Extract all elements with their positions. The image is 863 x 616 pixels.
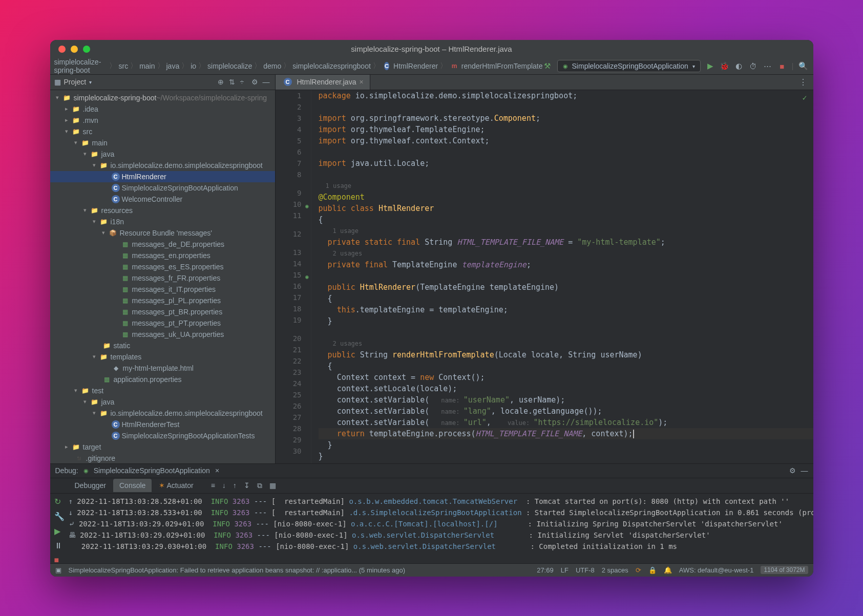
tree-item[interactable]: ◾.gitignore [50, 453, 275, 463]
coverage-icon[interactable]: ◐ [734, 61, 744, 71]
tree-item-selected[interactable]: CHtmlRenderer [50, 171, 275, 182]
tree-item[interactable]: ▾📁io.simplelocalize.demo.simplelocalizes… [50, 408, 275, 419]
close-run-tab-icon[interactable]: × [215, 466, 219, 475]
stop-icon[interactable]: ■ [54, 556, 65, 563]
tree-item[interactable]: ▾📁src [50, 126, 275, 137]
bc-project[interactable]: simplelocalize-spring-boot [54, 58, 108, 74]
project-tree[interactable]: ▾📁simplelocalize-spring-boot ~/Workspace… [50, 90, 275, 463]
tab-menu-icon[interactable]: ⋮ [799, 77, 813, 87]
tree-item[interactable]: ▾📁test [50, 385, 275, 396]
tree-item[interactable]: ▦messages_fr_FR.properties [50, 272, 275, 284]
tree-item[interactable]: ▾📁resources [50, 205, 275, 216]
gear-icon[interactable]: ⚙ [789, 466, 796, 475]
tree-item[interactable]: ▦messages_it_IT.properties [50, 284, 275, 295]
tree-item[interactable]: ▦messages_pl_PL.properties [50, 295, 275, 306]
line-separator[interactable]: LF [561, 566, 569, 574]
checkmark-icon[interactable]: ✓ [802, 93, 807, 102]
bc-pkg[interactable]: simplelocalizespringboot [292, 62, 371, 70]
print-icon[interactable]: 🖶 [69, 531, 80, 539]
close-window[interactable] [58, 46, 66, 53]
indent[interactable]: 2 spaces [602, 566, 628, 574]
run-icon[interactable]: ▶ [706, 61, 715, 71]
tree-item[interactable]: ▾📁io.simplelocalize.demo.simplelocalizes… [50, 160, 275, 171]
bc-src[interactable]: src [118, 62, 128, 70]
usage-hint[interactable]: 2 usages [319, 248, 813, 259]
bc-sl[interactable]: simplelocalize [207, 62, 252, 70]
chevron-down-icon[interactable]: ▾ [89, 79, 92, 85]
pause-icon[interactable]: ⏸ [54, 541, 65, 550]
editor-tab[interactable]: C HtmlRenderer.java × [276, 75, 370, 90]
collapse-icon[interactable]: ÷ [240, 78, 248, 86]
bc-main[interactable]: main [139, 62, 155, 70]
tree-item[interactable]: ▸📁target [50, 441, 275, 453]
tree-item[interactable]: ▾📁i18n [50, 216, 275, 227]
status-message[interactable]: SimplelocalizeSpringBootApplication: Fai… [69, 566, 406, 574]
resume-icon[interactable]: ▶ [54, 526, 65, 536]
tree-item[interactable]: ▦messages_pt_BR.properties [50, 306, 275, 317]
debug-config-name[interactable]: SimplelocalizeSpringBootApplication [94, 466, 210, 475]
tree-item[interactable]: 📁static [50, 340, 275, 351]
profile-icon[interactable]: ⏱ [749, 61, 758, 71]
minimize-window[interactable] [71, 46, 78, 53]
close-tab-icon[interactable]: × [359, 78, 363, 86]
usage-hint[interactable]: 1 usage [319, 180, 813, 192]
tree-item[interactable]: ▸📁.idea [50, 103, 275, 115]
arrow-icon[interactable]: ↓ [69, 508, 77, 517]
console-output[interactable]: ↑ 2022-11-18T13:03:28.528+01:00 INFO 326… [69, 494, 813, 563]
evaluate-icon[interactable]: ⧉ [257, 481, 262, 490]
gear-icon[interactable]: ⚙ [251, 78, 260, 86]
run-to-cursor-icon[interactable]: ↧ [244, 481, 250, 490]
step-out-icon[interactable]: ↑ [233, 481, 237, 490]
tab-actuator[interactable]: ✶ Actuator [153, 479, 199, 492]
project-label[interactable]: Project [64, 78, 87, 86]
attach-icon[interactable]: ⋯ [763, 61, 772, 71]
mute-bp-icon[interactable]: ▦ [269, 481, 276, 490]
tree-item[interactable]: CWelcomeController [50, 194, 275, 205]
tree-item[interactable]: ▸📁.mvn [50, 115, 275, 126]
arrow-icon[interactable]: ↑ [69, 497, 77, 505]
cursor-position[interactable]: 27:69 [537, 566, 554, 574]
tree-item[interactable]: ▾📁templates [50, 351, 275, 363]
select-opened-icon[interactable]: ⊕ [218, 78, 226, 86]
tool-window-icon[interactable]: ▣ [55, 566, 61, 574]
step-over-icon[interactable]: ≡ [211, 481, 215, 490]
tree-item[interactable]: CHtmlRendererTest [50, 419, 275, 430]
hammer-icon[interactable]: ⚒ [543, 61, 552, 71]
run-config-dropdown[interactable]: ◉ SimplelocalizeSpringBootApplication ▾ [557, 60, 701, 72]
wrap-icon[interactable]: ⤶ [69, 520, 79, 528]
tree-item[interactable]: CSimplelocalizeSpringBootApplication [50, 182, 275, 194]
lock-icon[interactable]: 🔒 [648, 566, 657, 574]
tree-item[interactable]: ▾📁java [50, 148, 275, 160]
rerun-icon[interactable]: ↻ [54, 497, 65, 506]
expand-all-icon[interactable]: ⇅ [229, 78, 237, 86]
bc-method[interactable]: renderHtmlFromTemplate [461, 62, 543, 70]
hide-icon[interactable]: — [263, 78, 271, 86]
tree-item[interactable]: ▦messages_uk_UA.properties [50, 329, 275, 340]
stop-icon[interactable]: ■ [777, 61, 787, 71]
usage-hint[interactable]: 1 usage [319, 225, 813, 237]
usage-hint[interactable]: 2 usages [319, 338, 813, 349]
tree-item[interactable]: ▾📁main [50, 137, 275, 148]
debug-icon[interactable]: 🐞 [720, 61, 729, 71]
wrench-icon[interactable]: 🔧 [54, 512, 65, 521]
tree-item[interactable]: ▾📦Resource Bundle 'messages' [50, 227, 275, 239]
tab-debugger[interactable]: Debugger [69, 479, 113, 492]
tree-item[interactable]: ▾📁java [50, 396, 275, 408]
tree-item[interactable]: ▦messages_de_DE.properties [50, 239, 275, 250]
bc-class[interactable]: HtmlRenderer [393, 62, 438, 70]
tree-root[interactable]: ▾📁simplelocalize-spring-boot ~/Workspace… [50, 92, 275, 103]
tree-item[interactable]: ▦messages_pt_PT.properties [50, 317, 275, 329]
tree-item[interactable]: ▦messages_es_ES.properties [50, 261, 275, 272]
tree-item[interactable]: CSimplelocalizeSpringBootApplicationTest… [50, 430, 275, 441]
tree-item[interactable]: ◆my-html-template.html [50, 363, 275, 374]
bc-demo[interactable]: demo [263, 62, 281, 70]
tree-item[interactable]: ▦messages_en.properties [50, 250, 275, 261]
spring-bean-icon[interactable]: ◉ [305, 201, 309, 212]
bc-java[interactable]: java [166, 62, 180, 70]
hide-icon[interactable]: — [801, 466, 808, 475]
code-editor[interactable]: 12345678 910◉11 12 131415◉16171819 20212… [276, 90, 813, 463]
memory-indicator[interactable]: 1104 of 3072M [761, 566, 808, 574]
maximize-window[interactable] [83, 46, 90, 53]
step-into-icon[interactable]: ↓ [222, 481, 226, 490]
bc-io[interactable]: io [191, 62, 196, 70]
